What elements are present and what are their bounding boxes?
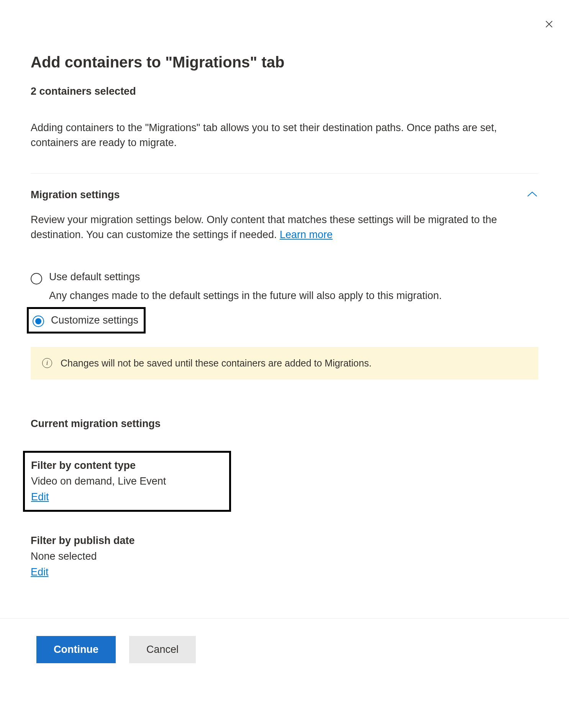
radio-option-default[interactable]: Use default settings [31,270,538,286]
info-banner-text: Changes will not be saved until these co… [61,358,372,369]
filter-content-type-value: Video on demand, Live Event [31,475,166,487]
selection-count: 2 containers selected [31,85,538,97]
close-button[interactable] [541,15,558,36]
settings-description-text: Review your migration settings below. On… [31,214,497,240]
info-banner: i Changes will not be saved until these … [31,347,538,380]
filter-publish-date-block: Filter by publish date None selected Edi… [31,535,538,578]
radio-default-subtext: Any changes made to the default settings… [49,288,538,303]
settings-radio-group: Use default settings Any changes made to… [31,270,538,343]
cancel-button[interactable]: Cancel [129,636,196,663]
radio-option-customize-highlight: Customize settings [27,307,146,334]
description-text: Adding containers to the "Migrations" ta… [31,120,538,150]
radio-selected-dot [35,318,41,324]
radio-customize-label: Customize settings [51,314,138,326]
radio-default-circle[interactable] [31,273,42,284]
current-settings-title: Current migration settings [31,418,538,430]
footer: Continue Cancel [0,618,569,702]
page-title: Add containers to "Migrations" tab [31,54,538,71]
filter-content-type-block: Filter by content type Video on demand, … [23,451,231,512]
radio-customize-circle[interactable] [33,316,44,327]
chevron-up-icon [526,190,538,200]
continue-button[interactable]: Continue [36,636,116,663]
migration-settings-description: Review your migration settings below. On… [31,212,538,242]
radio-default-label: Use default settings [49,271,140,283]
info-icon: i [42,358,52,368]
migration-settings-header[interactable]: Migration settings [31,189,538,201]
close-icon [544,19,554,30]
filter-content-type-edit[interactable]: Edit [31,491,49,503]
learn-more-link[interactable]: Learn more [280,229,333,240]
add-containers-panel: Add containers to "Migrations" tab 2 con… [0,0,569,618]
filter-publish-date-edit[interactable]: Edit [31,566,49,578]
migration-settings-title: Migration settings [31,189,120,201]
filter-content-type-label: Filter by content type [31,460,166,472]
filter-publish-date-value: None selected [31,551,538,562]
filter-publish-date-label: Filter by publish date [31,535,538,547]
divider [31,173,538,174]
